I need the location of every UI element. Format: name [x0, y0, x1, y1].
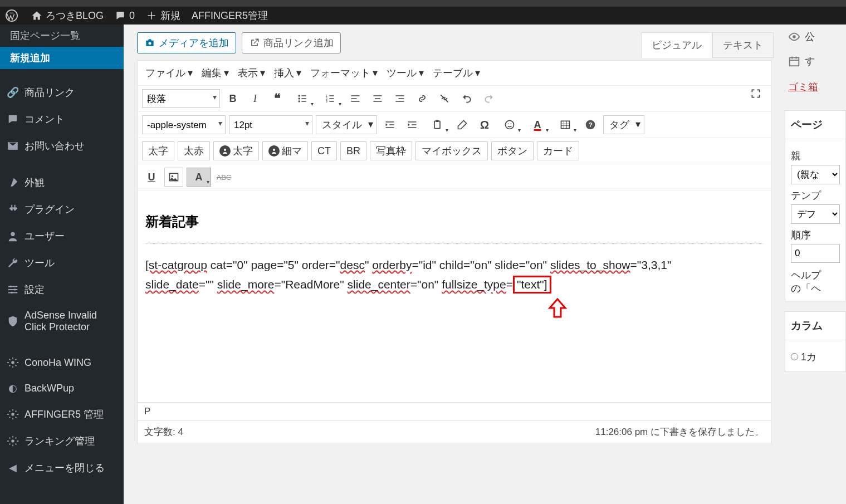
editor-menubar: ファイル▾ 編集▾ 表示▾ 挿入▾ フォーマット▾ ツール▾ テーブル▾ — [138, 61, 771, 86]
parent-label: 親 — [791, 149, 840, 163]
sidebar-item-tools[interactable]: ツール — [0, 249, 124, 276]
menu-edit[interactable]: 編集▾ — [198, 64, 232, 82]
add-media-button[interactable]: メディアを追加 — [137, 32, 236, 53]
maru-futoji-button[interactable]: 太字 — [213, 141, 259, 160]
frame-button[interactable]: 写真枠 — [370, 141, 412, 160]
undo-button[interactable] — [457, 89, 476, 108]
editor-content[interactable]: 新着記事 [st-catgroup cat="0" page="5" order… — [138, 190, 771, 402]
text-color-button[interactable]: A — [525, 115, 550, 134]
fullscreen-button[interactable] — [746, 84, 765, 103]
svg-text:?: ? — [589, 121, 593, 128]
schedule-row[interactable]: す — [785, 49, 846, 74]
trash-link[interactable]: ゴミ箱 — [785, 74, 846, 100]
order-input[interactable] — [791, 244, 840, 263]
sidebar-item-users[interactable]: ユーザー — [0, 223, 124, 249]
sidebar-item-collapse[interactable]: ◀メニューを閉じる — [0, 454, 124, 481]
site-home-link[interactable]: ろつきBLOG — [31, 7, 104, 25]
link-button[interactable] — [413, 89, 432, 108]
card-button[interactable]: カード — [537, 141, 579, 160]
clipboard-icon — [432, 119, 443, 130]
add-productlink-button[interactable]: 商品リンク追加 — [242, 32, 341, 53]
link-icon: 🔗 — [7, 86, 19, 99]
tab-text[interactable]: テキスト — [712, 32, 774, 58]
strikethrough-button[interactable]: ABC — [214, 168, 233, 187]
shortcode-text: [st-catgroup cat="0" page="5" order="des… — [145, 255, 763, 295]
parent-select[interactable]: (親な — [791, 165, 840, 184]
svg-point-8 — [149, 42, 151, 45]
camera-icon — [144, 37, 155, 48]
help-button[interactable]: ? — [581, 115, 600, 134]
align-right-button[interactable] — [390, 89, 409, 108]
svg-text:3: 3 — [326, 100, 327, 103]
sidebar-item-adsense[interactable]: AdSense Invalid Click Protector — [0, 303, 124, 340]
paste-button[interactable] — [425, 115, 449, 134]
futoaka-button[interactable]: 太赤 — [178, 141, 210, 160]
comments-count: 0 — [129, 10, 135, 22]
tag-dropdown[interactable]: タグ▾ — [603, 115, 644, 134]
numbered-list-button[interactable]: 123 — [318, 89, 343, 108]
table-button[interactable] — [553, 115, 578, 134]
content-heading: 新着記事 — [145, 207, 763, 244]
sidebar-sub-page-list[interactable]: 固定ページ一覧 — [0, 25, 124, 47]
sidebar-item-conoha[interactable]: ConoHa WING — [0, 350, 124, 375]
menu-table[interactable]: テーブル▾ — [429, 64, 483, 82]
menu-format[interactable]: フォーマット▾ — [307, 64, 381, 82]
menu-insert[interactable]: 挿入▾ — [271, 64, 305, 82]
column-radio[interactable] — [791, 353, 798, 360]
sidebar-item-appearance[interactable]: 外観 — [0, 169, 124, 196]
maru-hosoma-button[interactable]: 細マ — [262, 141, 308, 160]
sidebar-sub-add-new[interactable]: 新規追加 — [0, 47, 124, 69]
special-char-button[interactable]: Ω — [475, 115, 494, 134]
sidebar-item-productlink[interactable]: 🔗商品リンク — [0, 79, 124, 106]
sidebar-item-contact[interactable]: お問い合わせ — [0, 133, 124, 159]
wordpress-logo-icon[interactable] — [3, 7, 20, 25]
clear-format-button[interactable] — [453, 115, 472, 134]
bullet-list-button[interactable] — [290, 89, 315, 108]
menu-file[interactable]: ファイル▾ — [142, 64, 196, 82]
ct-button[interactable]: CT — [311, 141, 337, 160]
italic-button[interactable]: I — [246, 89, 265, 108]
unlink-button[interactable] — [435, 89, 454, 108]
sidebar-item-ranking[interactable]: ランキング管理 — [0, 428, 124, 454]
image-button[interactable] — [164, 168, 183, 187]
futoji-button[interactable]: 太字 — [142, 141, 174, 160]
menu-view[interactable]: 表示▾ — [234, 64, 268, 82]
sidebar-item-settings[interactable]: 設定 — [0, 276, 124, 303]
visibility-row[interactable]: 公 — [785, 25, 846, 49]
align-left-button[interactable] — [346, 89, 365, 108]
template-select[interactable]: デフ — [791, 204, 840, 224]
svg-rect-28 — [790, 58, 799, 66]
bg-color-button[interactable]: A — [187, 168, 211, 187]
bold-button[interactable]: B — [223, 89, 242, 108]
column-option[interactable]: 1カ — [791, 350, 840, 364]
new-content-link[interactable]: 新規 — [146, 7, 180, 25]
fontsize-select[interactable]: 12pt — [229, 115, 312, 134]
blockquote-button[interactable]: ❝ — [268, 89, 287, 108]
sidebar-item-plugins[interactable]: プラグイン — [0, 196, 124, 223]
button-button[interactable]: ボタン — [491, 141, 534, 160]
sidebar-item-affinger[interactable]: AFFINGER5 管理 — [0, 401, 124, 428]
table-icon — [560, 119, 571, 130]
sidebar-item-backwpup[interactable]: ◐BackWPup — [0, 375, 124, 401]
emoji-button[interactable] — [497, 115, 522, 134]
redo-button[interactable] — [480, 89, 498, 108]
tab-visual[interactable]: ビジュアル — [641, 32, 712, 58]
sidebar-item-comments[interactable]: コメント — [0, 106, 124, 133]
style-dropdown[interactable]: スタイル▾ — [316, 115, 377, 134]
br-button[interactable]: BR — [340, 141, 366, 160]
align-center-button[interactable] — [368, 89, 387, 108]
svg-point-27 — [793, 35, 796, 38]
font-select[interactable]: -apple-system — [142, 115, 226, 134]
main-content: メディアを追加 商品リンク追加 ビジュアル テキスト ファイル▾ 編集▾ 表示▾… — [124, 25, 785, 504]
outdent-button[interactable] — [380, 115, 399, 134]
svg-point-9 — [299, 95, 300, 96]
menu-tools[interactable]: ツール▾ — [383, 64, 427, 82]
underline-button[interactable]: U — [142, 168, 161, 187]
indent-button[interactable] — [403, 115, 422, 134]
format-select[interactable]: 段落 — [142, 89, 220, 108]
svg-point-18 — [508, 124, 509, 125]
mybox-button[interactable]: マイボックス — [415, 141, 488, 160]
comments-link[interactable]: 0 — [115, 7, 135, 25]
svg-rect-15 — [434, 121, 440, 128]
affinger-admin-link[interactable]: AFFINGER5管理 — [192, 7, 268, 25]
